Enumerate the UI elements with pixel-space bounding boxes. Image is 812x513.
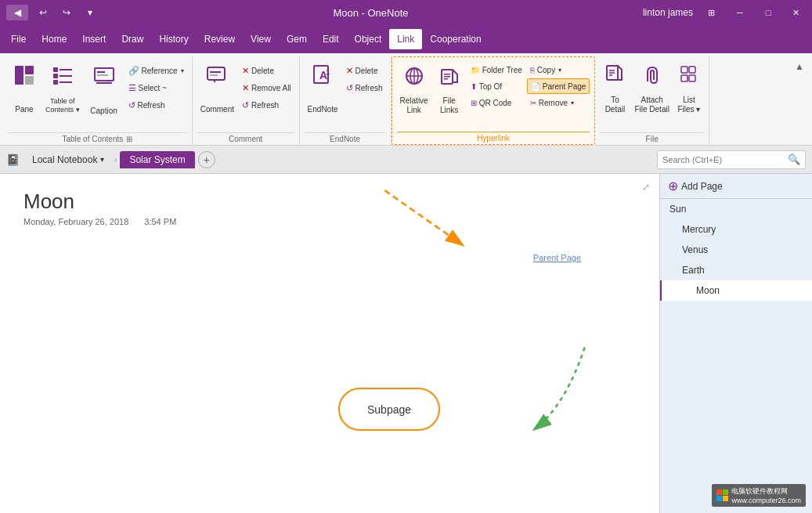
page-date: Monday, February 26, 2018 xyxy=(23,217,128,226)
page-item-venus[interactable]: Venus xyxy=(660,240,812,260)
delete-endnote-icon: ✕ xyxy=(346,66,353,76)
comment-button[interactable]: Comment xyxy=(197,60,237,116)
attach-file-detail-button[interactable]: AttachFile Detail xyxy=(631,60,672,116)
menu-view[interactable]: View xyxy=(243,29,279,49)
add-page-icon: ⊕ xyxy=(668,179,678,193)
reference-label: Reference xyxy=(142,67,178,75)
delete-comment-button[interactable]: ✕ Delete xyxy=(239,63,294,78)
copy-button[interactable]: ⎘ Copy ▾ xyxy=(527,62,590,78)
menu-insert[interactable]: Insert xyxy=(74,29,114,49)
svg-rect-26 xyxy=(444,76,450,78)
file-links-button[interactable]: FileLinks xyxy=(433,60,466,117)
to-detail-button[interactable]: ToDetail xyxy=(600,60,630,116)
top-of-icon: ⬆ xyxy=(471,82,477,91)
parent-page-label: Parent Page xyxy=(543,82,586,91)
file-links-label: FileLinks xyxy=(440,96,458,115)
svg-rect-15 xyxy=(210,71,221,73)
maximize-button[interactable]: □ xyxy=(759,3,778,22)
qat-dropdown-button[interactable]: ▾ xyxy=(81,4,99,21)
notebook-selector[interactable]: Local Notebook ▾ xyxy=(26,151,110,168)
to-detail-label: ToDetail xyxy=(605,96,626,114)
redo-button[interactable]: ↪ xyxy=(58,4,75,21)
pane-button[interactable]: Pane xyxy=(8,60,41,116)
remove-all-button[interactable]: ✕ Remove All xyxy=(239,80,294,96)
folder-tree-icon: 📁 xyxy=(471,66,480,74)
menu-gem[interactable]: Gem xyxy=(279,29,315,49)
sidebar: ⊕ Add Page Sun Mercury Venus Earth Moon xyxy=(659,174,812,513)
menu-draw[interactable]: Draw xyxy=(114,29,151,49)
qr-code-label: QR Code xyxy=(479,99,512,107)
delete-comment-icon: ✕ xyxy=(242,66,249,76)
folder-tree-label: Folder Tree xyxy=(482,66,522,74)
parent-page-link[interactable]: Parent Page xyxy=(533,253,581,262)
menu-cooperation[interactable]: Cooperation xyxy=(422,29,489,49)
select-icon: ☰ xyxy=(128,83,136,93)
menu-file[interactable]: File xyxy=(3,29,34,49)
top-of-button[interactable]: ⬆ Top Of xyxy=(467,78,525,94)
search-input[interactable] xyxy=(662,155,788,164)
menu-home[interactable]: Home xyxy=(34,29,74,49)
endnote-buttons: A 1 EndNote ✕ Delete ↺ Refresh xyxy=(305,58,386,132)
menu-link[interactable]: Link xyxy=(389,29,422,49)
endnote-actions-col: ✕ Delete ↺ Refresh xyxy=(343,60,386,96)
menu-object[interactable]: Object xyxy=(347,29,390,49)
delete-endnote-label: Delete xyxy=(355,67,378,75)
relative-link-label: RelativeLink xyxy=(400,96,428,115)
relative-link-button[interactable]: RelativeLink xyxy=(397,60,431,117)
menu-review[interactable]: Review xyxy=(197,29,243,49)
copy-label: Copy xyxy=(537,66,555,74)
search-box: 🔍 xyxy=(657,150,806,169)
ribbon-group-endnote: A 1 EndNote ✕ Delete ↺ Refresh EndNote xyxy=(300,56,392,145)
minimize-button[interactable]: ─ xyxy=(731,3,749,22)
page-item-moon[interactable]: Moon xyxy=(660,280,812,301)
ribbon-collapse-button[interactable]: ▲ xyxy=(790,60,809,74)
toc-expand-icon[interactable]: ⊞ xyxy=(126,135,132,143)
notebook-dropdown-icon: ▾ xyxy=(100,155,104,164)
menu-history[interactable]: History xyxy=(151,29,196,49)
reference-icon: 🔗 xyxy=(128,66,139,76)
svg-rect-11 xyxy=(97,74,108,76)
list-files-icon xyxy=(679,64,699,89)
folder-tree-button[interactable]: 📁 Folder Tree xyxy=(467,62,525,78)
notebookbar: 📓 Local Notebook ▾ › Solar System + 🔍 xyxy=(0,146,812,174)
reference-button[interactable]: 🔗 Reference ▾ xyxy=(125,63,187,78)
svg-rect-8 xyxy=(60,81,72,83)
refresh-comment-button[interactable]: ↺ Refresh xyxy=(239,97,294,113)
add-section-button[interactable]: + xyxy=(198,151,215,168)
svg-rect-3 xyxy=(53,67,58,72)
remove-hyperlink-icon: ✂ xyxy=(530,99,536,107)
page-item-sun[interactable]: Sun xyxy=(660,199,812,219)
comment-label: Comment xyxy=(200,105,234,114)
notebook-icon: 📓 xyxy=(6,154,20,166)
select-button[interactable]: ☰ Select ~ xyxy=(125,80,187,96)
file-links-icon xyxy=(438,65,460,91)
search-icon[interactable]: 🔍 xyxy=(788,154,800,165)
restore-window-button[interactable]: ⊞ xyxy=(702,3,721,22)
remove-all-label: Remove All xyxy=(251,84,291,92)
caption-button[interactable]: Caption xyxy=(85,61,124,117)
toc-button[interactable]: Table ofContents ▾ xyxy=(42,60,83,116)
endnote-button[interactable]: A 1 EndNote xyxy=(305,60,341,116)
page-item-earth[interactable]: Earth xyxy=(660,260,812,280)
add-page-button[interactable]: ⊕ Add Page xyxy=(660,174,812,199)
titlebar-left: ◀ ↩ ↪ ▾ xyxy=(6,4,99,21)
undo-button[interactable]: ↩ xyxy=(34,4,52,21)
back-button[interactable]: ◀ xyxy=(6,5,28,20)
refresh-endnote-button[interactable]: ↺ Refresh xyxy=(343,80,386,96)
page-expand-button[interactable]: ⤢ xyxy=(639,180,653,194)
delete-endnote-button[interactable]: ✕ Delete xyxy=(343,63,386,78)
to-detail-icon xyxy=(604,64,625,89)
close-button[interactable]: ✕ xyxy=(787,3,806,22)
parent-page-button[interactable]: 📄 Parent Page xyxy=(527,78,590,94)
add-section-icon: + xyxy=(204,154,210,166)
attach-file-detail-icon xyxy=(641,64,663,90)
toc-label: Table ofContents ▾ xyxy=(45,97,80,114)
page-item-mercury[interactable]: Mercury xyxy=(660,219,812,240)
section-tab[interactable]: Solar System xyxy=(120,151,194,168)
list-files-label: ListFiles ▾ xyxy=(677,96,700,114)
list-files-button[interactable]: ListFiles ▾ xyxy=(674,60,704,116)
refresh-toc-button[interactable]: ↺ Refresh xyxy=(125,97,187,113)
remove-hyperlink-button[interactable]: ✂ Remove ▾ xyxy=(527,95,590,110)
qr-code-button[interactable]: ⊞ QR Code xyxy=(467,95,525,110)
menu-edit[interactable]: Edit xyxy=(315,29,347,49)
